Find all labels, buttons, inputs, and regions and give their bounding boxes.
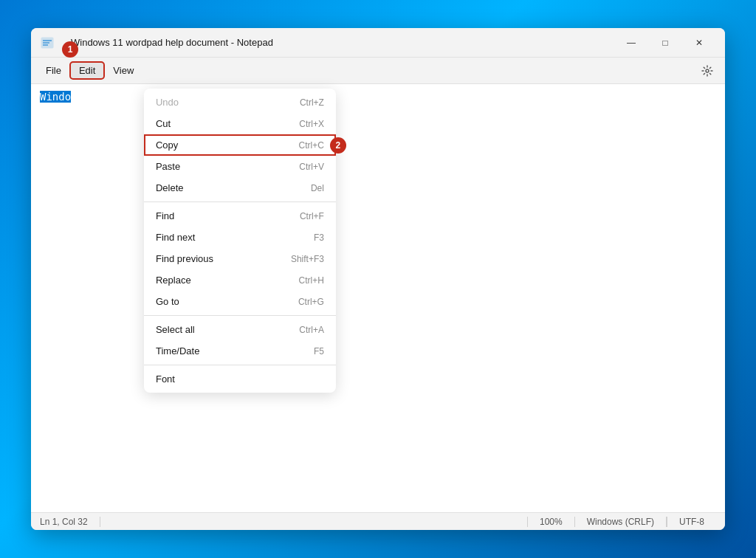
notepad-window: 1 Windows 11 wordpad help document - Not… <box>31 28 725 530</box>
titlebar-controls: — □ ✕ <box>614 31 716 55</box>
menu-file[interactable]: File <box>37 62 70 79</box>
menu-item-find-previous[interactable]: Find previous Shift+F3 <box>144 248 336 269</box>
menu-item-copy-label: Copy <box>156 140 178 151</box>
menu-item-time-date[interactable]: Time/Date F5 <box>144 340 336 362</box>
menu-item-copy-shortcut: Ctrl+C <box>299 140 324 151</box>
menu-item-find-previous-shortcut: Shift+F3 <box>291 254 324 264</box>
edit-menu-container: Edit Undo Ctrl+Z Cut Ctrl+X Copy Ctrl+C … <box>70 62 104 79</box>
menu-item-select-all-label: Select all <box>156 324 195 335</box>
menu-item-goto-label: Go to <box>156 296 179 307</box>
close-button[interactable]: ✕ <box>682 31 716 55</box>
menu-item-cut-label: Cut <box>156 118 171 129</box>
settings-button[interactable] <box>695 59 719 83</box>
menu-item-delete[interactable]: Delete Del <box>144 177 336 199</box>
menu-item-cut[interactable]: Cut Ctrl+X <box>144 113 336 134</box>
minimize-button[interactable]: — <box>614 31 648 55</box>
window-title: Windows 11 wordpad help document - Notep… <box>71 37 614 48</box>
menu-item-font[interactable]: Font <box>144 368 336 390</box>
menu-item-find-next[interactable]: Find next F3 <box>144 227 336 248</box>
svg-point-4 <box>706 69 709 72</box>
maximize-button[interactable]: □ <box>648 31 682 55</box>
status-zoom: 100% <box>527 517 574 527</box>
menu-item-replace[interactable]: Replace Ctrl+H <box>144 269 336 291</box>
menu-item-time-date-label: Time/Date <box>156 345 199 356</box>
edit-dropdown: Undo Ctrl+Z Cut Ctrl+X Copy Ctrl+C 2 Pas… <box>144 89 336 393</box>
menu-item-delete-shortcut: Del <box>311 183 324 193</box>
menu-edit[interactable]: Edit <box>70 62 104 79</box>
menu-item-replace-shortcut: Ctrl+H <box>299 275 324 286</box>
status-encoding: UTF-8 <box>667 517 716 527</box>
status-line-ending: Windows (CRLF) <box>574 517 667 527</box>
menu-item-undo-label: Undo <box>156 97 179 108</box>
menu-item-goto-shortcut: Ctrl+G <box>298 297 324 307</box>
menu-item-paste-shortcut: Ctrl+V <box>299 162 324 172</box>
menu-item-find-label: Find <box>156 210 174 221</box>
menu-item-paste-label: Paste <box>156 161 180 172</box>
menu-item-goto[interactable]: Go to Ctrl+G <box>144 291 336 312</box>
menu-item-font-label: Font <box>156 373 175 385</box>
menu-item-paste[interactable]: Paste Ctrl+V <box>144 156 336 177</box>
menu-item-replace-label: Replace <box>156 275 191 286</box>
menu-item-delete-label: Delete <box>156 182 184 193</box>
menu-item-copy[interactable]: Copy Ctrl+C 2 <box>144 134 336 156</box>
separator-1 <box>144 202 336 202</box>
menu-item-time-date-shortcut: F5 <box>314 346 324 356</box>
menu-view[interactable]: View <box>104 62 142 79</box>
app-icon <box>40 35 55 50</box>
menu-item-select-all-shortcut: Ctrl+A <box>299 325 324 335</box>
menu-item-select-all[interactable]: Select all Ctrl+A <box>144 319 336 340</box>
menu-item-find-shortcut: Ctrl+F <box>300 211 324 221</box>
menu-item-undo[interactable]: Undo Ctrl+Z <box>144 92 336 113</box>
status-position: Ln 1, Col 32 <box>40 517 100 527</box>
menu-item-find-next-shortcut: F3 <box>314 232 324 243</box>
step-badge-1: 1 <box>62 41 78 58</box>
menu-item-find-previous-label: Find previous <box>156 253 213 264</box>
menu-item-cut-shortcut: Ctrl+X <box>299 119 324 129</box>
menu-item-find-next-label: Find next <box>156 232 195 243</box>
statusbar: Ln 1, Col 32 100% Windows (CRLF) UTF-8 <box>31 512 725 530</box>
menubar: File Edit Undo Ctrl+Z Cut Ctrl+X Copy Ct… <box>31 58 725 84</box>
separator-3 <box>144 365 336 365</box>
separator-2 <box>144 315 336 316</box>
menu-item-undo-shortcut: Ctrl+Z <box>300 97 324 108</box>
menu-item-find[interactable]: Find Ctrl+F <box>144 205 336 227</box>
selected-text: Windo <box>40 91 71 103</box>
titlebar: 1 Windows 11 wordpad help document - Not… <box>31 28 725 58</box>
content-area[interactable]: Windo <box>31 84 725 512</box>
step-badge-2: 2 <box>330 137 346 154</box>
